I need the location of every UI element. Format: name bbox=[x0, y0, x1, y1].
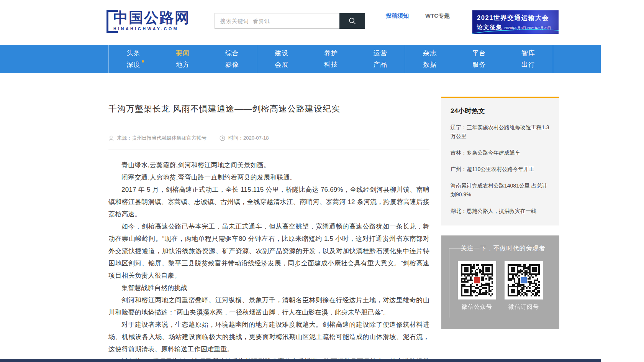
hot-article-link[interactable]: 广州：超110公里农村公路今年开工 bbox=[451, 165, 550, 174]
paragraph: 对于建设者来说，生态越原始，环境越幽闭的地方建设难度就越大。剑榕高速的建设除了便… bbox=[108, 319, 429, 355]
qr-label: 微信订阅号 bbox=[508, 303, 539, 311]
meta-divider bbox=[108, 150, 429, 150]
hot-article-link[interactable]: 湖北：恩施公路人，抗洪救灾在一线 bbox=[451, 207, 550, 216]
qr-row: 微信公众号 微信订阅号 bbox=[441, 261, 559, 311]
nav-item-zhiku[interactable]: 智库 bbox=[521, 49, 535, 58]
nav-item-huizhan[interactable]: 会展 bbox=[275, 61, 288, 69]
nav-item-toutiao[interactable]: 头条 bbox=[126, 49, 140, 58]
new-dot-icon bbox=[142, 60, 144, 63]
nav-item-jianshe[interactable]: 建设 bbox=[275, 49, 288, 58]
wtc-topic-link[interactable]: WTC专题 bbox=[425, 12, 450, 20]
nav-item-difang[interactable]: 地方 bbox=[176, 61, 190, 69]
search-bar bbox=[215, 13, 365, 29]
article: 千沟万壑架长龙 风雨不惧建通途——剑榕高速公路建设纪实 来源：贵州日报当代融媒体… bbox=[108, 73, 429, 359]
submission-notice-link[interactable]: 投稿须知 bbox=[386, 12, 409, 20]
search-icon bbox=[348, 17, 357, 25]
search-input[interactable] bbox=[215, 13, 339, 29]
banner-subtitle: 论文征集 bbox=[477, 24, 502, 31]
hot-articles-box: 24小时热文 辽宁：三年实施农村公路维修改造工程1.3万公里 吉林：多条公路今年… bbox=[441, 97, 559, 225]
article-body: 青山绿水,云蒸霞蔚,剑河和榕江两地之间美景如画。 闭塞交通,人穷地贫,弯弯山路一… bbox=[108, 159, 429, 359]
nav-item-yunying[interactable]: 运营 bbox=[374, 49, 387, 58]
qr-label: 微信公众号 bbox=[462, 303, 492, 311]
site-header: 中国公路网 HINAHIGHWAY.COM 投稿须知 WTC专题 2021世界交 bbox=[0, 0, 644, 45]
site-logo[interactable]: 中国公路网 HINAHIGHWAY.COM bbox=[107, 9, 190, 33]
nav-item-zazhi[interactable]: 杂志 bbox=[423, 49, 437, 58]
nav-item-yaowen[interactable]: 要闻 bbox=[176, 49, 190, 58]
nav-item-pingtai[interactable]: 平台 bbox=[472, 49, 486, 58]
article-title: 千沟万壑架长龙 风雨不惧建通途——剑榕高速公路建设纪实 bbox=[108, 103, 429, 115]
nav-item-chanpin[interactable]: 产品 bbox=[374, 61, 387, 69]
wechat-subscription-qr-code bbox=[505, 261, 543, 299]
banner-date: 2020年5月8日-2021年2月28日 bbox=[504, 26, 551, 31]
wechat-follow-box: 关注一下，不做时代的旁观者 微信公众号 微信订阅号 bbox=[441, 235, 559, 329]
hot-article-link[interactable]: 海南累计完成农村公路14081公里 占总计划90.9% bbox=[451, 181, 550, 199]
nav-group-3: 杂志 数据 平台 服务 智库 出行 bbox=[405, 45, 553, 73]
paragraph: 以剑榕 10 标项目为例，该项目所处地质为节理裂隙发育的变质板岩，降雨频繁且雨量… bbox=[108, 355, 429, 359]
main-content: 千沟万壑架长龙 风雨不惧建通途——剑榕高速公路建设纪实 来源：贵州日报当代融媒体… bbox=[0, 73, 644, 359]
hot-article-link[interactable]: 辽宁：三年实施农村公路维修改造工程1.3万公里 bbox=[451, 123, 550, 141]
link-divider bbox=[417, 13, 417, 19]
nav-group-2: 建设 会展 养护 科技 运营 产品 bbox=[257, 45, 405, 73]
paragraph: 如今，剑榕高速公路已基本完工，虽未正式通车，但从高空眺望，宽阔通畅的高速公路犹如… bbox=[108, 220, 429, 282]
clock-icon bbox=[220, 135, 225, 141]
nav-item-zonghe[interactable]: 综合 bbox=[225, 49, 239, 58]
qr-image bbox=[508, 264, 540, 296]
sidebar: 24小时热文 辽宁：三年实施农村公路维修改造工程1.3万公里 吉林：多条公路今年… bbox=[441, 97, 559, 329]
person-icon bbox=[108, 135, 114, 141]
hot-article-link[interactable]: 吉林：多条公路今年建成通车 bbox=[451, 148, 550, 157]
paragraph: 集智慧战胜自然的挑战 bbox=[108, 282, 429, 294]
logo-text-en: HINAHIGHWAY.COM bbox=[113, 26, 190, 31]
bottom-bar bbox=[0, 359, 601, 362]
article-meta: 来源：贵州日报当代融媒体集团官方帐号 时间：2020-07-18 bbox=[108, 135, 429, 142]
decor-line bbox=[449, 248, 461, 249]
page: 中国公路网 HINAHIGHWAY.COM 投稿须知 WTC专题 2021世界交 bbox=[0, 0, 644, 362]
main-nav: 头条 深度 要闻 地方 综合 影像 建设 会展 养护 bbox=[0, 45, 601, 73]
nav-item-yingxiang[interactable]: 影像 bbox=[225, 61, 239, 69]
article-source: 来源：贵州日报当代融媒体集团官方帐号 bbox=[108, 135, 206, 142]
nav-item-shuju[interactable]: 数据 bbox=[423, 61, 437, 69]
qr-image bbox=[461, 264, 493, 296]
nav-item-shendu[interactable]: 深度 bbox=[126, 61, 140, 69]
paragraph: 闭塞交通,人穷地贫,弯弯山路一直制约着两县的发展和联通。 bbox=[108, 171, 429, 184]
paragraph: 青山绿水,云蒸霞蔚,剑河和榕江两地之间美景如画。 bbox=[108, 159, 429, 171]
nav-item-yanghu[interactable]: 养护 bbox=[324, 49, 338, 58]
nav-item-keji[interactable]: 科技 bbox=[324, 61, 338, 69]
wechat-public-qr-code bbox=[458, 261, 496, 299]
decor-line bbox=[449, 248, 449, 318]
header-links: 投稿须知 WTC专题 bbox=[386, 12, 450, 20]
logo-text-cn: 中国公路网 bbox=[113, 9, 190, 26]
hot-articles-title: 24小时热文 bbox=[451, 107, 550, 115]
search-button[interactable] bbox=[339, 13, 365, 29]
banner-title: 2021世界交通运输大会 bbox=[477, 14, 559, 22]
article-time: 时间：2020-07-18 bbox=[220, 135, 269, 142]
banner-ad[interactable]: 2021世界交通运输大会 论文征集 2020年5月8日-2021年2月28日 bbox=[472, 10, 559, 34]
paragraph: 剑河和榕江两地之间重峦叠嶂、江河纵横、景象万千，清朝名臣林则徐在行经这片土地，对… bbox=[108, 294, 429, 319]
nav-item-chuxing[interactable]: 出行 bbox=[521, 61, 535, 69]
paragraph: 2017 年 5 月，剑榕高速正式动工，全长 115.115 公里，桥隧比高达 … bbox=[108, 184, 429, 220]
nav-item-fuwu[interactable]: 服务 bbox=[472, 61, 486, 69]
nav-group-1: 头条 深度 要闻 地方 综合 影像 bbox=[108, 45, 257, 73]
